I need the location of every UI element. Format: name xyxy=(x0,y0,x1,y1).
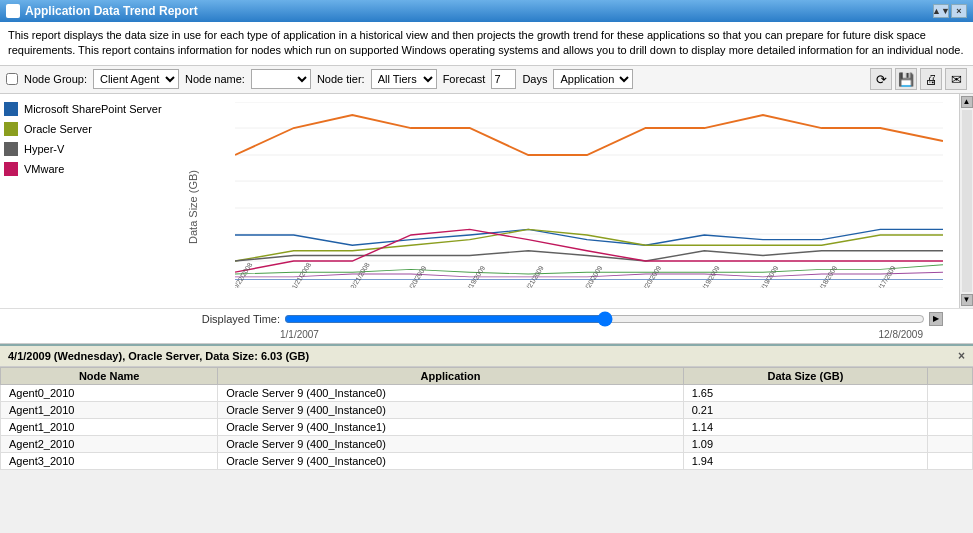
svg-text:2/19/2009: 2/19/2009 xyxy=(464,264,486,287)
cell-data-size: 1.14 xyxy=(683,418,928,435)
restore-button[interactable]: ▲▼ xyxy=(933,4,949,18)
table-row[interactable]: Agent3_2010 Oracle Server 9 (400_Instanc… xyxy=(1,452,973,469)
svg-text:5/20/2009: 5/20/2009 xyxy=(640,264,662,287)
cell-node-name: Agent1_2010 xyxy=(1,418,218,435)
forecast-label: Forecast xyxy=(443,73,486,85)
col-header-data-size: Data Size (GB) xyxy=(683,367,928,384)
svg-text:1/20/2009: 1/20/2009 xyxy=(406,264,428,287)
legend-color-oracle xyxy=(4,122,18,136)
svg-text:12/21/2008: 12/21/2008 xyxy=(347,261,371,288)
cell-extra xyxy=(928,435,973,452)
cell-data-size: 0.21 xyxy=(683,401,928,418)
svg-text:3/21/2009: 3/21/2009 xyxy=(523,264,545,287)
cell-extra xyxy=(928,452,973,469)
time-range-start: 1/1/2007 xyxy=(280,329,319,340)
window-title: Application Data Trend Report xyxy=(25,4,198,18)
cell-node-name: Agent3_2010 xyxy=(1,452,218,469)
save-button[interactable]: 💾 xyxy=(895,68,917,90)
cell-extra xyxy=(928,401,973,418)
svg-text:6/19/2009: 6/19/2009 xyxy=(699,264,721,287)
col-header-application: Application xyxy=(218,367,683,384)
node-group-checkbox[interactable] xyxy=(6,73,18,85)
scroll-track xyxy=(962,110,972,292)
cell-data-size: 1.94 xyxy=(683,452,928,469)
time-range-slider[interactable] xyxy=(284,312,925,326)
application-select[interactable]: Application xyxy=(553,69,633,89)
legend-label-oracle: Oracle Server xyxy=(24,123,92,135)
bottom-panel-title: 4/1/2009 (Wednesday), Oracle Server, Dat… xyxy=(0,346,973,367)
cell-extra xyxy=(928,418,973,435)
table-row[interactable]: Agent1_2010 Oracle Server 9 (400_Instanc… xyxy=(1,401,973,418)
bottom-table: Node Name Application Data Size (GB) Age… xyxy=(0,367,973,470)
y-axis-label: Data Size (GB) xyxy=(187,170,199,244)
legend-item-hyperv: Hyper-V xyxy=(4,142,181,156)
title-bar-controls: ▲▼ × xyxy=(933,4,967,18)
legend-label-sharepoint: Microsoft SharePoint Server xyxy=(24,103,162,115)
email-button[interactable]: ✉ xyxy=(945,68,967,90)
col-header-extra xyxy=(928,367,973,384)
time-slider-row: Displayed Time: ▶ xyxy=(0,308,973,328)
legend-color-hyperv xyxy=(4,142,18,156)
scroll-down-button[interactable]: ▼ xyxy=(961,294,973,306)
days-label: Days xyxy=(522,73,547,85)
title-bar: Application Data Trend Report ▲▼ × xyxy=(0,0,973,22)
table-row[interactable]: Agent1_2010 Oracle Server 9 (400_Instanc… xyxy=(1,418,973,435)
node-group-label: Node Group: xyxy=(24,73,87,85)
cell-node-name: Agent1_2010 xyxy=(1,401,218,418)
scroll-up-button[interactable]: ▲ xyxy=(961,96,973,108)
cell-node-name: Agent2_2010 xyxy=(1,435,218,452)
forecast-input[interactable] xyxy=(491,69,516,89)
svg-text:8/18/2009: 8/18/2009 xyxy=(816,264,838,287)
app-icon xyxy=(6,4,20,18)
table-row[interactable]: Agent0_2010 Oracle Server 9 (400_Instanc… xyxy=(1,384,973,401)
svg-text:10/22/2008: 10/22/2008 xyxy=(235,261,254,288)
cell-application: Oracle Server 9 (400_Instance0) xyxy=(218,435,683,452)
node-tier-select[interactable]: All Tiers xyxy=(371,69,437,89)
legend-label-vmware: VMware xyxy=(24,163,64,175)
time-slider-end-button[interactable]: ▶ xyxy=(929,312,943,326)
toolbar: Node Group: Client Agent Node name: Node… xyxy=(0,66,973,94)
legend-color-sharepoint xyxy=(4,102,18,116)
col-header-node-name: Node Name xyxy=(1,367,218,384)
print-button[interactable]: 🖨 xyxy=(920,68,942,90)
bottom-panel-close[interactable]: × xyxy=(958,349,965,363)
legend-color-vmware xyxy=(4,162,18,176)
cell-extra xyxy=(928,384,973,401)
cell-data-size: 1.09 xyxy=(683,435,928,452)
report-description: This report displays the data size in us… xyxy=(0,22,973,66)
legend-item-sharepoint: Microsoft SharePoint Server xyxy=(4,102,181,116)
legend-label-hyperv: Hyper-V xyxy=(24,143,64,155)
toolbar-actions: ⟳ 💾 🖨 ✉ xyxy=(870,68,967,90)
svg-text:11/21/2008: 11/21/2008 xyxy=(288,261,312,288)
svg-text:9/17/2009: 9/17/2009 xyxy=(875,264,897,287)
chart-svg[interactable]: 35 30 25 20 15 10 5 0 xyxy=(235,102,943,288)
bottom-panel: 4/1/2009 (Wednesday), Oracle Server, Dat… xyxy=(0,344,973,470)
table-row[interactable]: Agent2_2010 Oracle Server 9 (400_Instanc… xyxy=(1,435,973,452)
node-name-select[interactable] xyxy=(251,69,311,89)
node-group-select[interactable]: Client Agent xyxy=(93,69,179,89)
chart-legend: Microsoft SharePoint Server Oracle Serve… xyxy=(0,94,185,308)
cell-node-name: Agent0_2010 xyxy=(1,384,218,401)
cell-application: Oracle Server 9 (400_Instance0) xyxy=(218,384,683,401)
cell-application: Oracle Server 9 (400_Instance0) xyxy=(218,452,683,469)
close-button[interactable]: × xyxy=(951,4,967,18)
displayed-time-label: Displayed Time: xyxy=(185,313,280,325)
vertical-scrollbar[interactable]: ▲ ▼ xyxy=(959,94,973,308)
cell-data-size: 1.65 xyxy=(683,384,928,401)
node-tier-label: Node tier: xyxy=(317,73,365,85)
time-range-end: 12/8/2009 xyxy=(879,329,924,340)
cell-application: Oracle Server 9 (400_Instance0) xyxy=(218,401,683,418)
time-range-labels: 1/1/2007 12/8/2009 xyxy=(0,328,973,343)
legend-item-oracle: Oracle Server xyxy=(4,122,181,136)
legend-item-vmware: VMware xyxy=(4,162,181,176)
cell-application: Oracle Server 9 (400_Instance1) xyxy=(218,418,683,435)
chart-area[interactable]: Data Size (GB) 35 30 25 20 15 10 5 0 xyxy=(185,94,959,308)
refresh-button[interactable]: ⟳ xyxy=(870,68,892,90)
node-name-label: Node name: xyxy=(185,73,245,85)
